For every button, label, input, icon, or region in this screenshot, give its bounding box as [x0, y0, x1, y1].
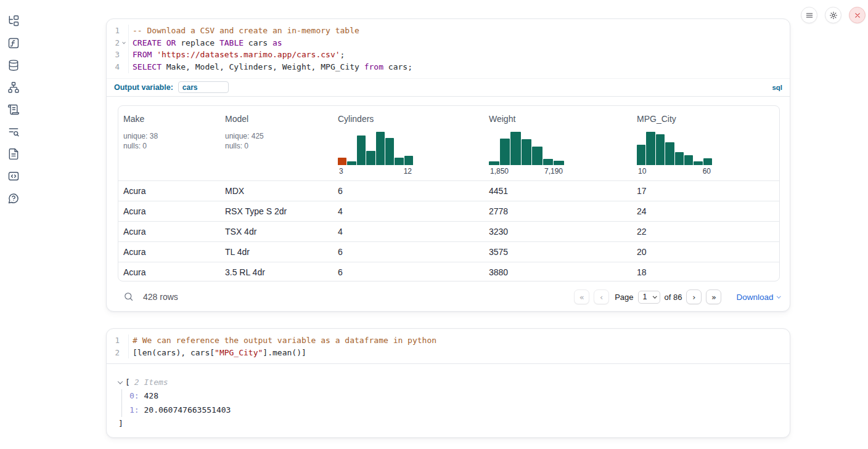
- collapse-chevron-icon[interactable]: [118, 379, 123, 384]
- stat-unique: unique: 425: [225, 131, 328, 141]
- hist-bar: [694, 161, 702, 165]
- first-page-button[interactable]: «: [574, 289, 589, 304]
- output-list-entries: 0: 4281: 20.060747663551403: [121, 389, 790, 417]
- sql-cell: 1-- Download a CSV and create an in-memo…: [106, 18, 790, 312]
- python-output: [ 2 Items 0: 4281: 20.060747663551403 ]: [107, 364, 790, 430]
- output-variable-input[interactable]: [178, 81, 229, 93]
- hist-bar: [395, 158, 403, 165]
- table-cell: 17: [632, 186, 779, 196]
- hist-bar: [522, 139, 532, 165]
- pagination: « ‹ Page 1 of 86 › » Download: [574, 289, 780, 304]
- hist-bar: [357, 136, 366, 165]
- sql-code-editor[interactable]: 1-- Download a CSV and create an in-memo…: [107, 19, 790, 78]
- menu-icon[interactable]: [801, 7, 817, 23]
- language-badge: sql: [772, 84, 782, 91]
- close-icon[interactable]: [849, 7, 866, 23]
- topbar: [801, 7, 866, 23]
- page-of-label: of 86: [665, 293, 682, 302]
- prev-page-button[interactable]: ‹: [594, 289, 609, 304]
- code-line[interactable]: 2CREATE OR replace TABLE cars as: [107, 37, 790, 49]
- search-icon[interactable]: [123, 291, 134, 302]
- code-line[interactable]: 1# We can reference the output variable …: [107, 334, 790, 347]
- table-cell: 6: [333, 267, 484, 277]
- next-page-button[interactable]: ›: [686, 289, 702, 304]
- rows-count: 428 rows: [143, 292, 178, 302]
- items-count-label: 2 Items: [134, 376, 168, 389]
- hist-min-label: 1,850: [490, 167, 509, 176]
- dependency-graph-icon[interactable]: [7, 81, 20, 94]
- python-cell: 1# We can reference the output variable …: [106, 328, 790, 438]
- functions-icon[interactable]: [7, 36, 20, 50]
- line-number: 2: [107, 37, 129, 49]
- table-cell: 4451: [484, 186, 632, 196]
- settings-gear-icon[interactable]: [825, 7, 841, 23]
- output-list-header[interactable]: [ 2 Items: [118, 376, 790, 389]
- table-row[interactable]: AcuraMDX6445117: [118, 180, 779, 201]
- table-header: Make unique: 38 nulls: 0 Model unique: 4…: [118, 106, 779, 180]
- line-number: 1: [107, 25, 129, 37]
- chevron-down-icon: [653, 294, 657, 297]
- table-body: AcuraMDX6445117AcuraRSX Type S 2dr427782…: [118, 180, 779, 281]
- code-line[interactable]: 1-- Download a CSV and create an in-memo…: [107, 25, 790, 37]
- table-row[interactable]: Acura3.5 RL 4dr6388018: [118, 262, 779, 281]
- fold-chevron-icon[interactable]: [122, 40, 126, 44]
- table-footer: 428 rows « ‹ Page 1 of 86 › » Download: [118, 281, 780, 312]
- table-row[interactable]: AcuraTL 4dr6357520: [118, 241, 779, 262]
- table-cell: TL 4dr: [220, 247, 333, 257]
- column-header-weight[interactable]: Weight 1,850 7,190: [484, 106, 632, 180]
- hist-min-label: 3: [339, 167, 343, 176]
- table-cell: 20: [632, 247, 779, 257]
- hist-bar: [675, 152, 684, 165]
- file-tree-icon[interactable]: [7, 14, 20, 28]
- last-page-button[interactable]: »: [706, 289, 721, 304]
- output-variable-row: Output variable: sql: [107, 78, 790, 97]
- column-header-model[interactable]: Model unique: 425 nulls: 0: [220, 106, 333, 180]
- hist-bar: [543, 159, 554, 165]
- hist-bar: [347, 161, 356, 165]
- code-line[interactable]: 4SELECT Make, Model, Cylinders, Weight, …: [107, 61, 790, 73]
- database-icon[interactable]: [7, 59, 20, 72]
- table-row[interactable]: AcuraRSX Type S 2dr4277824: [118, 201, 779, 221]
- list-search-icon[interactable]: [7, 125, 20, 139]
- table-cell: 18: [632, 267, 779, 277]
- hist-bar: [510, 132, 521, 165]
- output-variable-label: Output variable:: [114, 83, 173, 92]
- python-code-editor[interactable]: 1# We can reference the output variable …: [107, 329, 790, 364]
- document-icon[interactable]: [7, 147, 20, 161]
- page-label: Page: [615, 293, 633, 302]
- hist-bar: [385, 138, 394, 165]
- page-select[interactable]: 1: [638, 291, 660, 304]
- scroll-log-icon[interactable]: [7, 103, 20, 116]
- code-line[interactable]: 3FROM 'https://datasets.marimo.app/cars.…: [107, 49, 790, 61]
- column-header-mpg-city[interactable]: MPG_City 10 60: [632, 106, 779, 180]
- table-cell: 3880: [484, 267, 632, 277]
- hist-bar: [637, 145, 645, 165]
- item-value: 428: [139, 391, 158, 400]
- download-button[interactable]: Download: [736, 293, 780, 302]
- sidebar: [0, 0, 27, 449]
- help-icon[interactable]: [7, 192, 20, 205]
- column-header-cylinders[interactable]: Cylinders 3 12: [333, 106, 484, 180]
- table-cell: 3575: [484, 247, 632, 257]
- hist-bar: [703, 158, 712, 165]
- hist-bar: [684, 155, 693, 165]
- table-cell: 6: [333, 247, 484, 257]
- hist-bar: [646, 132, 655, 165]
- stat-unique: unique: 38: [123, 131, 215, 141]
- hist-max-label: 7,190: [544, 167, 563, 176]
- mpg-city-histogram[interactable]: 10 60: [637, 132, 774, 176]
- snippets-icon[interactable]: [7, 169, 20, 183]
- table-cell: Acura: [118, 206, 220, 216]
- hist-bar: [656, 134, 665, 165]
- output-list-item: 1: 20.060747663551403: [129, 403, 790, 418]
- table-cell: 2778: [484, 206, 632, 216]
- weight-histogram[interactable]: 1,850 7,190: [489, 132, 627, 176]
- hist-bar: [665, 142, 674, 165]
- table-cell: MDX: [220, 186, 333, 196]
- column-header-make[interactable]: Make unique: 38 nulls: 0: [118, 106, 220, 180]
- cylinders-histogram[interactable]: 3 12: [338, 132, 479, 176]
- table-cell: 6: [333, 186, 484, 196]
- code-line[interactable]: 2[len(cars), cars["MPG_City"].mean()]: [107, 347, 790, 359]
- table-cell: TSX 4dr: [220, 227, 333, 237]
- table-row[interactable]: AcuraTSX 4dr4323022: [118, 221, 779, 241]
